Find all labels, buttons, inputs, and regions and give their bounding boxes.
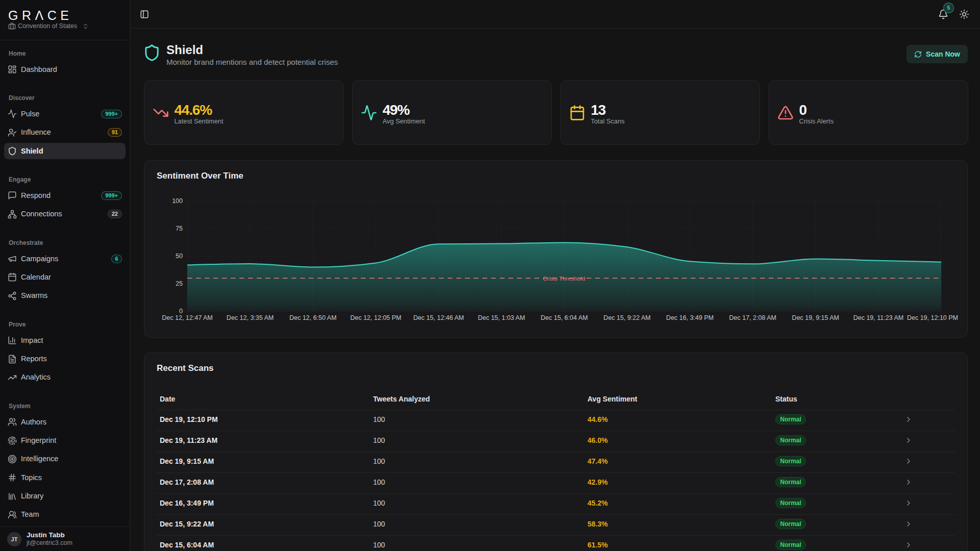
svg-text:Dec 12, 12:47 AM: Dec 12, 12:47 AM xyxy=(162,314,212,321)
svg-text:Dec 15, 6:04 AM: Dec 15, 6:04 AM xyxy=(541,314,587,321)
svg-text:25: 25 xyxy=(176,280,183,287)
svg-text:Dec 12, 3:35 AM: Dec 12, 3:35 AM xyxy=(227,314,274,321)
svg-text:Dec 15, 1:03 AM: Dec 15, 1:03 AM xyxy=(478,314,525,321)
svg-text:Dec 17, 2:08 AM: Dec 17, 2:08 AM xyxy=(729,314,776,321)
svg-text:Dec 12, 6:50 AM: Dec 12, 6:50 AM xyxy=(289,314,336,321)
svg-text:Dec 15, 9:22 AM: Dec 15, 9:22 AM xyxy=(603,314,650,321)
svg-text:50: 50 xyxy=(176,253,183,260)
svg-text:75: 75 xyxy=(176,225,183,232)
svg-text:Dec 16, 3:49 PM: Dec 16, 3:49 PM xyxy=(666,314,714,321)
svg-text:Dec 12, 12:05 PM: Dec 12, 12:05 PM xyxy=(350,314,401,321)
svg-text:Dec 19, 9:15 AM: Dec 19, 9:15 AM xyxy=(792,314,839,321)
svg-text:Crisis Threshold: Crisis Threshold xyxy=(543,276,585,282)
svg-text:Dec 19, 12:10 PM: Dec 19, 12:10 PM xyxy=(907,314,958,321)
svg-text:Dec 19, 11:23 AM: Dec 19, 11:23 AM xyxy=(853,314,903,321)
svg-text:100: 100 xyxy=(172,197,183,205)
svg-text:Dec 15, 12:46 AM: Dec 15, 12:46 AM xyxy=(413,314,464,321)
